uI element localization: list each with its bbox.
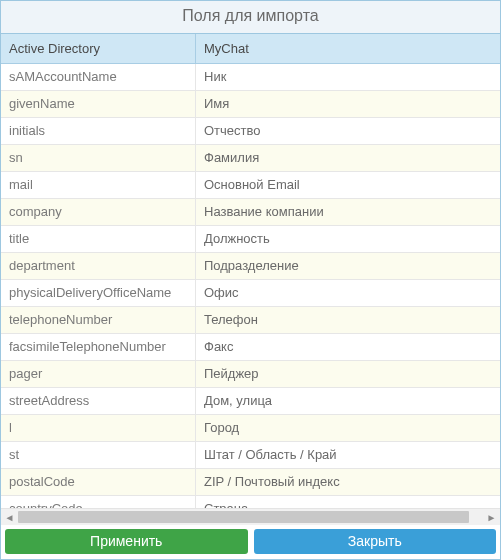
cell-ad: mail <box>1 172 196 198</box>
table-row[interactable]: lГород <box>1 415 500 442</box>
cell-ad: sAMAccountName <box>1 64 196 90</box>
cell-mychat: Должность <box>196 226 500 252</box>
cell-ad: telephoneNumber <box>1 307 196 333</box>
table-row[interactable]: pagerПейджер <box>1 361 500 388</box>
scrollbar-track[interactable] <box>18 509 483 526</box>
cell-ad: givenName <box>1 91 196 117</box>
table-row[interactable]: initialsОтчество <box>1 118 500 145</box>
table-row[interactable]: titleДолжность <box>1 226 500 253</box>
table-row[interactable]: mailОсновной Email <box>1 172 500 199</box>
table-row[interactable]: facsimileTelephoneNumberФакс <box>1 334 500 361</box>
table-row[interactable]: givenNameИмя <box>1 91 500 118</box>
cell-ad: sn <box>1 145 196 171</box>
cell-ad: department <box>1 253 196 279</box>
cell-ad: countryCode <box>1 496 196 508</box>
cell-ad: postalCode <box>1 469 196 495</box>
cell-ad: initials <box>1 118 196 144</box>
cell-ad: physicalDeliveryOfficeName <box>1 280 196 306</box>
horizontal-scrollbar[interactable]: ◄ ► <box>1 508 500 525</box>
dialog: Поля для импорта Active Directory MyChat… <box>0 0 501 560</box>
dialog-title: Поля для импорта <box>1 1 500 34</box>
column-header-mychat[interactable]: MyChat <box>196 34 500 63</box>
table-body: sAMAccountNameНикgivenNameИмяinitialsОтч… <box>1 64 500 508</box>
scroll-left-arrow-icon[interactable]: ◄ <box>1 509 18 526</box>
cell-ad: title <box>1 226 196 252</box>
table-header: Active Directory MyChat <box>1 34 500 64</box>
cell-mychat: Отчество <box>196 118 500 144</box>
cell-mychat: Город <box>196 415 500 441</box>
cell-mychat: Штат / Область / Край <box>196 442 500 468</box>
cell-mychat: Офис <box>196 280 500 306</box>
cell-mychat: Название компании <box>196 199 500 225</box>
cell-mychat: Ник <box>196 64 500 90</box>
scrollbar-thumb[interactable] <box>18 511 469 523</box>
apply-button[interactable]: Применить <box>5 529 248 554</box>
cell-mychat: Факс <box>196 334 500 360</box>
column-header-ad[interactable]: Active Directory <box>1 34 196 63</box>
cell-mychat: Дом, улица <box>196 388 500 414</box>
table-row[interactable]: physicalDeliveryOfficeNameОфис <box>1 280 500 307</box>
cell-ad: l <box>1 415 196 441</box>
cell-mychat: Телефон <box>196 307 500 333</box>
cell-mychat: Страна <box>196 496 500 508</box>
cell-mychat: Фамилия <box>196 145 500 171</box>
table-row[interactable]: postalCodeZIP / Почтовый индекс <box>1 469 500 496</box>
cell-mychat: Имя <box>196 91 500 117</box>
cell-ad: st <box>1 442 196 468</box>
cell-ad: streetAddress <box>1 388 196 414</box>
table-row[interactable]: companyНазвание компании <box>1 199 500 226</box>
table-row[interactable]: sAMAccountNameНик <box>1 64 500 91</box>
dialog-footer: Применить Закрыть <box>1 525 500 559</box>
cell-ad: facsimileTelephoneNumber <box>1 334 196 360</box>
cell-ad: pager <box>1 361 196 387</box>
table-row[interactable]: telephoneNumberТелефон <box>1 307 500 334</box>
cell-ad: company <box>1 199 196 225</box>
cell-mychat: Пейджер <box>196 361 500 387</box>
table-row[interactable]: snФамилия <box>1 145 500 172</box>
table-row[interactable]: stШтат / Область / Край <box>1 442 500 469</box>
scroll-right-arrow-icon[interactable]: ► <box>483 509 500 526</box>
cell-mychat: Основной Email <box>196 172 500 198</box>
table-row[interactable]: countryCodeСтрана <box>1 496 500 508</box>
cell-mychat: Подразделение <box>196 253 500 279</box>
close-button[interactable]: Закрыть <box>254 529 497 554</box>
table-row[interactable]: streetAddressДом, улица <box>1 388 500 415</box>
table-row[interactable]: departmentПодразделение <box>1 253 500 280</box>
cell-mychat: ZIP / Почтовый индекс <box>196 469 500 495</box>
